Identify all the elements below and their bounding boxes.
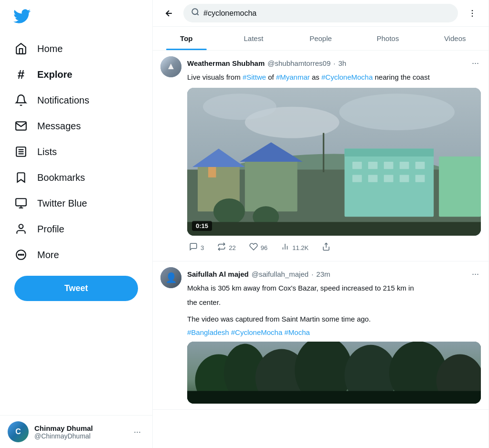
twitter-blue-icon	[14, 197, 28, 210]
views-count: 11.2K	[292, 244, 308, 251]
tweet-author-name[interactable]: Saifullah Al majed	[187, 270, 249, 278]
sidebar-item-profile[interactable]: Profile	[8, 217, 145, 241]
tweet-author-name[interactable]: Weatherman Shubham	[187, 59, 265, 67]
svg-point-20	[339, 94, 455, 130]
reply-button[interactable]: 3	[187, 240, 206, 255]
svg-point-13	[192, 9, 198, 14]
search-query-text: #cyclonemocha	[203, 9, 450, 18]
avatar[interactable]	[160, 267, 181, 288]
reply-count: 3	[201, 244, 204, 251]
tweet-media-2[interactable]	[187, 342, 481, 404]
svg-rect-33	[384, 162, 393, 169]
tweet-card: Weatherman Shubham @shubhamtorres09 · 3h…	[153, 51, 489, 261]
share-icon	[322, 242, 330, 253]
tweet-hashtags: #Bangladesh #CycloneMocha #Mocha	[187, 328, 481, 337]
tweet-button[interactable]: Tweet	[14, 276, 138, 301]
tweet-text-line3: The video was captured from Saint Martin…	[187, 314, 481, 325]
tweet-media[interactable]: 0:15	[187, 88, 481, 236]
svg-rect-39	[400, 175, 409, 182]
more-icon	[14, 248, 28, 261]
svg-rect-30	[344, 148, 434, 156]
tweet-author-handle: @saifullah_majed	[252, 270, 308, 278]
header-more-button[interactable]	[464, 5, 481, 22]
svg-rect-31	[352, 162, 362, 169]
sidebar-item-notifications-label: Notifications	[37, 95, 89, 106]
svg-line-14	[197, 13, 198, 15]
sidebar-item-home[interactable]: Home	[8, 36, 145, 61]
svg-point-17	[472, 15, 473, 17]
tweet-time: ·	[311, 270, 313, 278]
bell-icon	[14, 94, 28, 107]
sidebar-item-lists-label: Lists	[37, 146, 57, 157]
tweet-timestamp: 23m	[316, 270, 330, 278]
profile-icon	[14, 222, 28, 236]
svg-rect-34	[400, 162, 409, 169]
tab-photos[interactable]: Photos	[354, 27, 422, 50]
tweet-body: Weatherman Shubham @shubhamtorres09 · 3h…	[187, 56, 481, 255]
sidebar-item-bookmarks-label: Bookmarks	[37, 172, 85, 183]
sidebar-item-messages[interactable]: Messages	[8, 114, 145, 138]
lists-icon	[14, 145, 28, 158]
tweet-meta: Weatherman Shubham @shubhamtorres09 · 3h	[187, 59, 346, 67]
sidebar-item-notifications[interactable]: Notifications	[8, 88, 145, 113]
sidebar-item-explore-label: Explore	[37, 69, 72, 80]
tweet-meta: Saifullah Al majed @saifullah_majed · 23…	[187, 270, 330, 278]
hashtag-sittwe[interactable]: #Sittwe	[243, 73, 266, 81]
tweet-more-button[interactable]: ···	[470, 267, 481, 281]
tweet-author-handle: @shubhamtorres09	[267, 59, 330, 67]
svg-rect-35	[415, 162, 425, 169]
tweet-text: Live visuals from #Sittwe of #Myanmar as…	[187, 72, 481, 83]
search-tabs: Top Latest People Photos Videos	[153, 27, 489, 51]
sidebar-item-explore[interactable]: # Explore	[8, 62, 145, 87]
tweet-actions: 3 22	[187, 240, 481, 255]
views-button[interactable]: 11.2K	[279, 240, 310, 255]
svg-point-21	[203, 94, 276, 120]
sidebar-item-lists[interactable]: Lists	[8, 139, 145, 164]
svg-point-9	[21, 254, 21, 255]
footer-more-icon[interactable]: ···	[130, 425, 145, 439]
tweet-header: Saifullah Al majed @saifullah_majed · 23…	[187, 267, 481, 281]
svg-rect-27	[245, 159, 298, 211]
sidebar-item-profile-label: Profile	[37, 224, 64, 235]
tab-top[interactable]: Top	[153, 27, 220, 50]
tweet-more-button[interactable]: ···	[470, 56, 481, 70]
svg-point-16	[472, 12, 473, 14]
hashtag-bangladesh[interactable]: #Bangladesh	[187, 328, 231, 336]
tab-latest[interactable]: Latest	[220, 27, 287, 50]
video-duration: 0:15	[192, 221, 212, 231]
video-thumbnail	[187, 88, 481, 236]
sidebar-item-bookmarks[interactable]: Bookmarks	[8, 165, 145, 190]
search-bar[interactable]: #cyclonemocha	[183, 4, 458, 22]
sidebar: Home # Explore Notifications Messages	[0, 0, 153, 448]
retweet-count: 22	[229, 244, 235, 251]
user-info: Chinmay Dhumal @ChinmayDhumal	[34, 424, 124, 440]
hashtag-cyclonemocha2[interactable]: #CycloneMocha	[231, 328, 285, 336]
svg-rect-58	[187, 391, 481, 404]
sidebar-item-messages-label: Messages	[37, 121, 81, 132]
retweet-button[interactable]: 22	[215, 240, 237, 255]
share-button[interactable]	[320, 240, 332, 255]
sidebar-item-twitter-blue-label: Twitter Blue	[37, 198, 87, 209]
sidebar-item-twitter-blue[interactable]: Twitter Blue	[8, 191, 145, 216]
tweet-body: Saifullah Al majed @saifullah_majed · 23…	[187, 267, 481, 404]
like-button[interactable]: 96	[247, 240, 269, 255]
tweet-time: ·	[333, 59, 335, 67]
hashtag-mocha[interactable]: #Mocha	[284, 328, 309, 336]
hashtag-myanmar[interactable]: #Myanmar	[276, 73, 310, 81]
user-account-footer[interactable]: C Chinmay Dhumal @ChinmayDhumal ···	[0, 415, 152, 448]
tab-people[interactable]: People	[287, 27, 354, 50]
sidebar-item-more[interactable]: More	[8, 242, 145, 267]
twitter-logo[interactable]	[8, 4, 145, 34]
avatar[interactable]	[160, 56, 181, 77]
tab-videos[interactable]: Videos	[421, 27, 489, 50]
hashtag-cyclonemocha[interactable]: #CycloneMocha	[321, 73, 373, 81]
retweet-icon	[217, 242, 226, 253]
svg-rect-41	[439, 156, 481, 217]
reply-icon	[189, 242, 198, 253]
svg-point-15	[472, 10, 473, 11]
svg-rect-32	[368, 162, 378, 169]
tweet-header: Weatherman Shubham @shubhamtorres09 · 3h…	[187, 56, 481, 70]
search-header: #cyclonemocha	[153, 0, 489, 27]
sidebar-item-more-label: More	[37, 250, 59, 260]
back-button[interactable]	[160, 5, 178, 22]
